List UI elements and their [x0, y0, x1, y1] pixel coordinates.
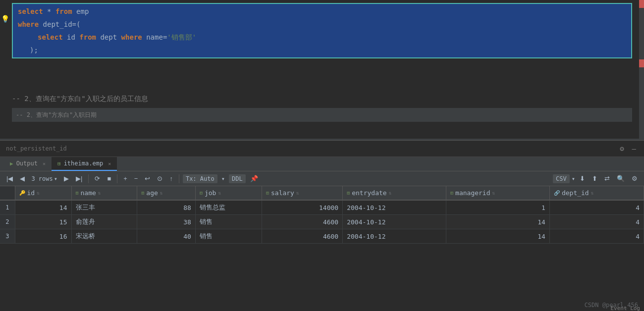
cell-job-3[interactable]: 销售 [195, 229, 262, 244]
cell-deptid-1[interactable]: 4 [549, 200, 644, 215]
more-btn[interactable]: ⚙ [629, 173, 640, 184]
refresh-btn[interactable]: ⟳ [92, 173, 103, 184]
tab-itheima-emp[interactable]: ⊞ itheima.emp ✕ [52, 157, 117, 171]
add-row-btn[interactable]: + [121, 173, 130, 184]
col-header-dept-id[interactable]: 🔗 dept_id ⇅ [549, 186, 644, 200]
col-header-managerid[interactable]: ⊞ managerid ⇅ [446, 186, 550, 200]
col-managerid-label: managerid [455, 189, 490, 197]
cell-id-1[interactable]: 14 [15, 200, 71, 215]
col-header-salary[interactable]: ⊞ salary ⇅ [262, 186, 342, 200]
col-header-entrydate[interactable]: ⊞ entrydate ⇅ [343, 186, 446, 200]
table-header-row: 🔑 id ⇅ ⊞ name ⇅ ⊞ [0, 186, 644, 200]
col-name-label: name [81, 189, 96, 197]
rows-count: 3 rows [31, 175, 53, 182]
csv-label[interactable]: CSV [553, 174, 570, 183]
job-sort-icon: ⇅ [218, 190, 221, 196]
cell-entrydate-1[interactable]: 2004-10-12 [343, 200, 446, 215]
csv-dropdown-icon: ▾ [572, 175, 575, 182]
cell-age-3[interactable]: 40 [137, 229, 196, 244]
cell-entrydate-2[interactable]: 2004-10-12 [343, 215, 446, 229]
tab-itheima-label: itheima.emp [64, 160, 103, 167]
age-col-icon: ⊞ [141, 190, 144, 196]
cell-job-2[interactable]: 销售 [195, 215, 262, 229]
panel-controls: ⚙ — [618, 144, 638, 154]
up-btn[interactable]: ↑ [167, 173, 175, 184]
filter-btn[interactable]: ⊙ [155, 173, 165, 184]
output-tab-icon: ▶ [10, 160, 13, 167]
zoom-btn[interactable]: 🔍 [614, 173, 627, 184]
cell-id-3[interactable]: 16 [15, 229, 71, 244]
download-btn[interactable]: ⬇ [577, 173, 588, 184]
cell-name-3[interactable]: 宋远桥 [71, 229, 137, 244]
cell-managerid-1[interactable]: 1 [446, 200, 550, 215]
job-col-icon: ⊞ [200, 190, 203, 196]
rows-dropdown-icon: ▾ [54, 175, 57, 182]
cell-age-1[interactable]: 88 [137, 200, 196, 215]
minimize-icon[interactable]: — [630, 144, 638, 154]
deptid-sort-icon: ⇅ [591, 190, 594, 196]
tab-emp-close[interactable]: ✕ [108, 161, 111, 166]
cell-deptid-3[interactable]: 4 [549, 229, 644, 244]
next-btn[interactable]: ▶ [61, 173, 71, 184]
data-table-wrapper: 🔑 id ⇅ ⊞ name ⇅ ⊞ [0, 186, 644, 295]
row-num-2: 2 [0, 215, 15, 229]
settings-icon[interactable]: ⚙ [618, 144, 626, 154]
row-num-header [0, 186, 15, 200]
first-btn[interactable]: |◀ [4, 173, 15, 184]
upload-btn[interactable]: ⬆ [590, 173, 600, 184]
cell-age-2[interactable]: 38 [137, 215, 196, 229]
panel-header: not_persistent_id ⚙ — [0, 141, 644, 157]
rows-selector[interactable]: 3 rows ▾ [29, 174, 59, 183]
entrydate-col-icon: ⊞ [347, 190, 350, 196]
table-tab-icon: ⊞ [57, 160, 61, 167]
separator-3 [179, 174, 179, 183]
toolbar-right: CSV ▾ ⬇ ⬆ ⇄ 🔍 ⚙ [553, 173, 640, 184]
cell-job-1[interactable]: 销售总监 [195, 200, 262, 215]
compare-btn[interactable]: ⇄ [602, 173, 612, 184]
prev-btn[interactable]: ◀ [17, 173, 27, 184]
id-sort-icon: ⇅ [37, 190, 40, 196]
cell-managerid-2[interactable]: 14 [446, 215, 550, 229]
salary-sort-icon: ⇅ [296, 190, 299, 196]
cell-salary-1[interactable]: 14000 [262, 200, 342, 215]
selected-code-block: select * from emp where dept_id=( select… [12, 3, 632, 58]
cell-name-2[interactable]: 俞莲舟 [71, 215, 137, 229]
tx-label[interactable]: Tx: Auto [183, 174, 217, 183]
name-sort-icon: ⇅ [98, 190, 101, 196]
cell-entrydate-3[interactable]: 2004-10-12 [343, 229, 446, 244]
stop-btn[interactable]: ■ [105, 173, 113, 184]
col-header-name[interactable]: ⊞ name ⇅ [71, 186, 137, 200]
cell-managerid-3[interactable]: 14 [446, 229, 550, 244]
cell-deptid-2[interactable]: 4 [549, 215, 644, 229]
table-row[interactable]: 3 16 宋远桥 40 销售 4600 2004-10-12 14 4 [0, 229, 644, 244]
row-num-3: 3 [0, 229, 15, 244]
pin-btn[interactable]: 📌 [248, 173, 261, 184]
tabs-bar: ▶ Output ✕ ⊞ itheima.emp ✕ [0, 157, 644, 171]
separator-1 [88, 174, 89, 183]
remove-row-btn[interactable]: − [132, 173, 141, 184]
col-entrydate-label: entrydate [352, 189, 386, 197]
code-line-1: select * from emp [18, 6, 626, 17]
table-row[interactable]: 2 15 俞莲舟 38 销售 4600 2004-10-12 14 4 [0, 215, 644, 229]
col-header-age[interactable]: ⊞ age ⇅ [137, 186, 196, 200]
undo-btn[interactable]: ↩ [142, 173, 153, 184]
tab-output[interactable]: ▶ Output ✕ [4, 157, 52, 171]
gutter-icon: 💡 [1, 15, 9, 23]
ddl-label[interactable]: DDL [229, 174, 246, 183]
last-btn[interactable]: ▶| [73, 173, 85, 184]
col-header-job[interactable]: ⊞ job ⇅ [195, 186, 262, 200]
editor-section: 💡 select * from emp where dept_id=( sele… [0, 0, 644, 139]
entrydate-sort-icon: ⇅ [389, 190, 392, 196]
result-toolbar: |◀ ◀ 3 rows ▾ ▶ ▶| ⟳ ■ + − ↩ ⊙ ↑ Tx: Aut… [0, 171, 644, 186]
tab-output-close[interactable]: ✕ [43, 161, 46, 166]
code-line-2: where dept_id=( [18, 19, 626, 30]
table-row[interactable]: 1 14 张三丰 88 销售总监 14000 2004-10-12 1 4 [0, 200, 644, 215]
bottom-panel: not_persistent_id ⚙ — ▶ Output ✕ ⊞ ithei… [0, 140, 644, 311]
cell-salary-2[interactable]: 4600 [262, 215, 342, 229]
cell-name-1[interactable]: 张三丰 [71, 200, 137, 215]
managerid-col-icon: ⊞ [450, 190, 453, 196]
separator-2 [117, 174, 117, 183]
cell-salary-3[interactable]: 4600 [262, 229, 342, 244]
col-header-id[interactable]: 🔑 id ⇅ [15, 186, 71, 200]
cell-id-2[interactable]: 15 [15, 215, 71, 229]
